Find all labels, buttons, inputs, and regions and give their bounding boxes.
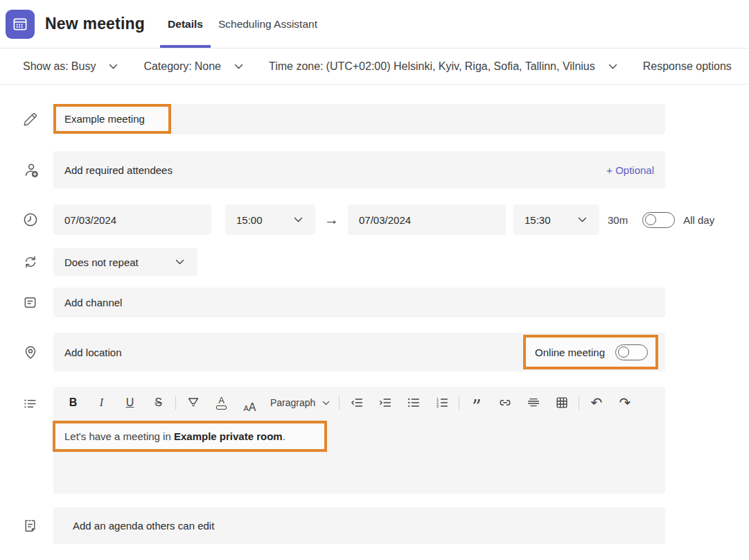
meeting-options-bar: Show as:Busy Category:None Time zone:(UT… <box>0 49 749 85</box>
align-center-icon[interactable] <box>523 392 543 413</box>
calendar-app-icon <box>6 10 35 39</box>
pencil-icon <box>22 112 38 128</box>
meeting-header: New meeting Details Scheduling Assistant <box>0 0 749 49</box>
end-time-value: 15:30 <box>525 214 551 226</box>
meeting-form: Example meeting Add required attendees +… <box>0 85 749 544</box>
end-time-select[interactable]: 15:30 <box>513 204 599 235</box>
end-date-value: 07/03/2024 <box>359 214 411 226</box>
category-label: Category: <box>143 60 191 72</box>
tab-bar: Details Scheduling Assistant <box>160 0 325 48</box>
response-options-label: Response options <box>643 60 732 73</box>
location-placeholder: Add location <box>64 347 122 358</box>
start-date-input[interactable]: 07/03/2024 <box>53 204 211 235</box>
font-size-button[interactable]: A A <box>240 392 260 413</box>
annotation-box-online-meeting: Online meeting <box>523 335 658 369</box>
recurrence-select[interactable]: Does not repeat <box>53 248 197 276</box>
chevron-down-icon <box>578 217 587 222</box>
time-zone-label: Time zone: <box>269 60 324 72</box>
online-meeting-label: Online meeting <box>535 347 605 358</box>
agenda-row: Add an agenda others can edit <box>0 507 749 544</box>
recurrence-value: Does not repeat <box>64 256 139 268</box>
location-row: Add location Online meeting <box>0 333 749 371</box>
show-as-value: Busy <box>71 60 96 72</box>
title-input[interactable]: Example meeting <box>53 104 665 134</box>
datetime-row: 07/03/2024 15:00 → 07/03/2024 15:30 30m … <box>0 204 749 235</box>
undo-icon[interactable]: ↶ <box>586 392 606 413</box>
bold-button[interactable]: B <box>63 392 83 413</box>
annotation-box-title: Example meeting <box>53 104 171 134</box>
channel-placeholder: Add channel <box>64 297 122 308</box>
location-input[interactable]: Add location Online meeting <box>53 333 665 371</box>
chevron-down-icon <box>109 64 118 69</box>
required-attendees-input[interactable]: Add required attendees + Optional <box>53 151 665 189</box>
redo-icon[interactable]: ↷ <box>615 392 635 413</box>
outdent-icon[interactable] <box>346 392 367 413</box>
start-time-select[interactable]: 15:00 <box>225 204 315 235</box>
chevron-down-icon <box>608 64 617 69</box>
time-zone-dropdown[interactable]: Time zone:(UTC+02:00) Helsinki, Kyiv, Ri… <box>269 60 617 73</box>
title-row: Example meeting <box>0 104 749 134</box>
tab-scheduling-assistant[interactable]: Scheduling Assistant <box>211 0 325 48</box>
duration-badge: 30m <box>608 214 628 226</box>
strikethrough-button[interactable]: S <box>148 392 168 413</box>
location-pin-icon <box>22 344 39 360</box>
description-text: Let's have a meeting in <box>64 430 174 442</box>
toggle-knob <box>618 347 629 358</box>
toggle-knob <box>645 214 656 225</box>
attendees-placeholder: Add required attendees <box>64 164 173 176</box>
show-as-dropdown[interactable]: Show as:Busy <box>23 60 118 73</box>
agenda-input[interactable]: Add an agenda others can edit <box>53 507 665 544</box>
description-text-area[interactable]: Let's have a meeting in Example private … <box>53 419 665 493</box>
agenda-placeholder: Add an agenda others can edit <box>73 520 214 532</box>
category-dropdown[interactable]: Category:None <box>143 60 243 73</box>
highlighter-icon[interactable] <box>183 392 203 413</box>
paragraph-style-dropdown[interactable]: Paragraph <box>268 392 332 413</box>
tab-details[interactable]: Details <box>160 0 211 48</box>
channel-icon <box>22 295 38 310</box>
channel-input[interactable]: Add channel <box>53 288 665 317</box>
chevron-down-icon <box>175 259 184 265</box>
response-options-menu[interactable]: Response options <box>643 60 732 73</box>
notepad-icon <box>22 518 38 534</box>
toolbar-divider <box>339 396 340 410</box>
clock-icon <box>22 211 39 228</box>
description-text-suffix: . <box>283 430 285 442</box>
repeat-icon <box>22 254 39 270</box>
add-optional-attendees-link[interactable]: + Optional <box>606 164 654 176</box>
chevron-down-icon <box>294 217 303 222</box>
underline-button[interactable]: U <box>120 392 140 413</box>
italic-button[interactable]: I <box>91 392 112 413</box>
all-day-toggle[interactable] <box>642 212 675 228</box>
category-value: None <box>195 60 221 72</box>
online-meeting-toggle[interactable] <box>615 344 648 360</box>
bullet-list-icon[interactable] <box>403 392 423 413</box>
font-color-button[interactable]: A <box>211 392 231 413</box>
color-bar <box>216 405 227 410</box>
description-row: B I U S A A A <box>0 387 749 493</box>
description-text-bold: Example private room <box>174 430 283 442</box>
time-zone-value: (UTC+02:00) Helsinki, Kyiv, Riga, Sofia,… <box>326 60 595 72</box>
title-value: Example meeting <box>64 113 145 125</box>
toolbar-divider <box>459 396 459 410</box>
indent-icon[interactable] <box>375 392 395 413</box>
show-as-label: Show as: <box>23 60 69 72</box>
start-date-value: 07/03/2024 <box>64 214 116 226</box>
page-title: New meeting <box>45 15 145 33</box>
start-time-value: 15:00 <box>236 214 263 226</box>
quote-icon[interactable]: ” <box>466 392 486 413</box>
chevron-down-icon <box>322 401 330 405</box>
attendees-row: Add required attendees + Optional <box>0 151 749 189</box>
annotation-box-description: Let's have a meeting in Example private … <box>53 421 327 452</box>
channel-row: Add channel <box>0 288 749 317</box>
link-icon[interactable] <box>495 392 515 413</box>
all-day-label: All day <box>683 214 714 226</box>
toolbar-divider <box>579 396 579 410</box>
description-editor: B I U S A A A <box>53 387 665 493</box>
table-icon[interactable] <box>552 392 572 413</box>
numbered-list-icon[interactable]: 123 <box>432 392 452 413</box>
text-description-icon <box>22 396 38 412</box>
chevron-down-icon <box>234 64 243 69</box>
formatting-toolbar: B I U S A A A <box>53 387 665 419</box>
end-date-input[interactable]: 07/03/2024 <box>348 204 506 235</box>
svg-text:3: 3 <box>437 404 439 408</box>
